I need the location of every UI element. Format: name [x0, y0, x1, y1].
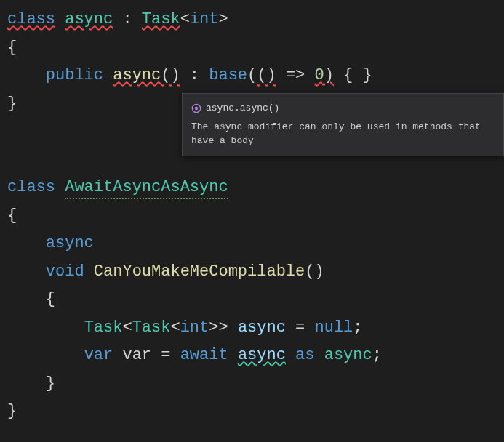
code-line-3: public async() : base(() => 0) { } [7, 62, 497, 90]
class-icon [191, 103, 201, 113]
tooltip-message: The async modifier can only be used in m… [191, 120, 495, 148]
code-line-14: } [7, 370, 497, 398]
svg-point-1 [195, 107, 198, 110]
error-tooltip: async.async() The async modifier can onl… [182, 93, 504, 156]
code-line-13: var var = await async as async; [7, 342, 497, 370]
code-line-10: void CanYouMakeMeCompilable() [7, 258, 497, 286]
code-line-12: Task<Task<int>> async = null; [7, 314, 497, 342]
code-line-11: { [7, 286, 497, 314]
code-line-15: } [7, 398, 497, 426]
code-line-9: async [7, 230, 497, 258]
code-line-7: class AwaitAsyncAsAsync [7, 174, 497, 202]
code-line-1: class async : Task<int> [7, 6, 497, 34]
tooltip-signature: async.async() [206, 101, 279, 116]
code-line-2: { [7, 34, 497, 63]
code-line-8: { [7, 202, 497, 230]
code-editor[interactable]: class async : Task<int> { public async()… [7, 6, 497, 426]
